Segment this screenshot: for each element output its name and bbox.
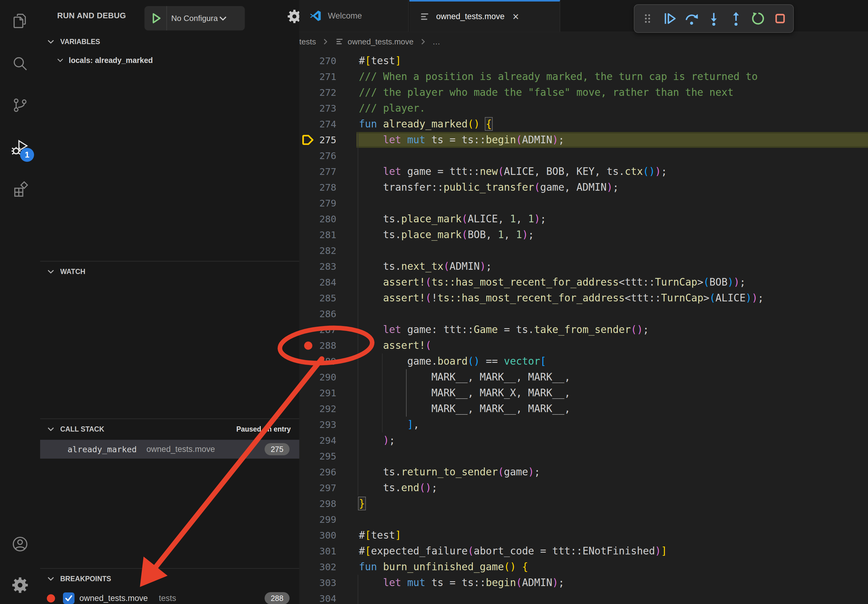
code-line[interactable]: 304 — [299, 591, 868, 604]
code-line[interactable]: 292 MARK__, MARK__, MARK__, — [299, 401, 868, 417]
line-number[interactable]: 296 — [299, 464, 336, 480]
code-line[interactable]: 294 ); — [299, 432, 868, 448]
code-text[interactable]: fun already_marked() { — [359, 116, 492, 132]
gripper-icon[interactable] — [639, 9, 657, 28]
line-number[interactable]: 285 — [299, 290, 336, 306]
line-number[interactable]: 278 — [299, 180, 336, 195]
breakpoint-row[interactable]: owned_tests.move tests 288 — [40, 589, 299, 604]
line-number[interactable]: 273 — [299, 101, 336, 116]
line-number[interactable]: 302 — [299, 559, 336, 575]
code-line[interactable]: 287 let game: ttt::Game = ts.take_from_s… — [299, 322, 868, 338]
code-line[interactable]: 302fun burn_unfinished_game() { — [299, 559, 868, 575]
line-number[interactable]: 275 — [299, 132, 336, 148]
code-text[interactable]: ts.end(); — [359, 480, 437, 496]
code-text[interactable]: fun burn_unfinished_game() { — [359, 559, 528, 575]
breadcrumb-folder[interactable]: tests — [299, 37, 316, 46]
code-text[interactable]: let game: ttt::Game = ts.take_from_sende… — [359, 322, 649, 338]
step-out-button[interactable] — [727, 9, 745, 28]
line-number[interactable]: 280 — [299, 211, 336, 227]
code-line[interactable]: 290 MARK__, MARK__, MARK__, — [299, 369, 868, 385]
line-number[interactable]: 271 — [299, 69, 336, 85]
source-control-icon[interactable] — [8, 93, 32, 118]
code-line[interactable]: 293 ], — [299, 417, 868, 432]
line-number[interactable]: 301 — [299, 543, 336, 559]
code-line[interactable]: 278 transfer::public_transfer(game, ADMI… — [299, 180, 868, 195]
code-line[interactable]: 271/// When a position is already marked… — [299, 69, 868, 85]
code-line[interactable]: 286 — [299, 306, 868, 322]
step-into-button[interactable] — [705, 9, 723, 28]
account-icon[interactable] — [8, 532, 32, 556]
tab-owned-tests-move[interactable]: owned_tests.move × — [409, 0, 560, 32]
code-text[interactable]: /// the player who made the "false" move… — [359, 85, 733, 101]
code-text[interactable]: let mut ts = ts::begin(ADMIN); — [359, 575, 564, 591]
code-line[interactable]: 301#[expected_failure(abort_code = ttt::… — [299, 543, 868, 559]
code-line[interactable]: 289 game.board() == vector[ — [299, 353, 868, 369]
code-text[interactable]: } — [359, 496, 365, 511]
variables-scope-row[interactable]: locals: already_marked — [40, 52, 299, 68]
code-text[interactable]: ts.place_mark(ALICE, 1, 1); — [359, 211, 546, 227]
line-number[interactable]: 299 — [299, 511, 336, 527]
play-icon[interactable] — [149, 11, 163, 25]
step-over-button[interactable] — [682, 9, 701, 28]
code-text[interactable]: #[expected_failure(abort_code = ttt::ENo… — [359, 543, 667, 559]
code-line[interactable]: 283 ts.next_tx(ADMIN); — [299, 259, 868, 274]
code-text[interactable]: ); — [359, 432, 395, 448]
code-text[interactable]: MARK__, MARK__, MARK__, — [359, 369, 570, 385]
line-number[interactable]: 270 — [299, 53, 336, 69]
line-number[interactable]: 279 — [299, 195, 336, 211]
line-number[interactable]: 292 — [299, 401, 336, 417]
close-icon[interactable]: × — [513, 11, 519, 22]
line-number[interactable]: 288 — [299, 338, 336, 353]
code-line[interactable]: 299 — [299, 511, 868, 527]
line-number[interactable]: 303 — [299, 575, 336, 591]
call-stack-frame-row[interactable]: already_marked owned_tests.move 275 — [40, 440, 299, 458]
code-text[interactable]: ts.return_to_sender(game); — [359, 464, 540, 480]
code-line[interactable]: 298} — [299, 496, 868, 511]
code-line[interactable]: 275 let mut ts = ts::begin(ADMIN); — [299, 132, 868, 148]
code-text[interactable]: assert!(!ts::has_most_recent_for_address… — [359, 290, 764, 306]
line-number[interactable]: 291 — [299, 385, 336, 401]
run-and-debug-icon[interactable]: 1 — [8, 136, 32, 160]
code-text[interactable]: let game = ttt::new(ALICE, BOB, KEY, ts.… — [359, 164, 667, 180]
line-number[interactable]: 300 — [299, 527, 336, 543]
line-number[interactable]: 298 — [299, 496, 336, 511]
code-text[interactable]: MARK__, MARK__, MARK__, — [359, 401, 570, 417]
code-line[interactable]: 282 — [299, 243, 868, 259]
line-number[interactable]: 274 — [299, 116, 336, 132]
code-line[interactable]: 297 ts.end(); — [299, 480, 868, 496]
code-line[interactable]: 295 — [299, 448, 868, 464]
line-number[interactable]: 289 — [299, 353, 336, 369]
code-line[interactable]: 303 let mut ts = ts::begin(ADMIN); — [299, 575, 868, 591]
line-number[interactable]: 297 — [299, 480, 336, 496]
gear-icon[interactable] — [8, 573, 32, 597]
line-number[interactable]: 295 — [299, 448, 336, 464]
line-number[interactable]: 281 — [299, 227, 336, 243]
code-line[interactable]: 274fun already_marked() { — [299, 116, 868, 132]
code-line[interactable]: 273/// player. — [299, 101, 868, 116]
tab-welcome[interactable]: Welcome — [299, 0, 409, 32]
code-text[interactable]: game.board() == vector[ — [359, 353, 546, 369]
line-number[interactable]: 282 — [299, 243, 336, 259]
stop-button[interactable] — [771, 9, 789, 28]
code-line[interactable]: 279 — [299, 195, 868, 211]
breakpoint-checkbox[interactable] — [63, 592, 74, 604]
code-text[interactable]: ts.next_tx(ADMIN); — [359, 259, 492, 274]
code-text[interactable]: ts.place_mark(BOB, 1, 1); — [359, 227, 534, 243]
line-number[interactable]: 290 — [299, 369, 336, 385]
code-line[interactable]: 284 assert!(ts::has_most_recent_for_addr… — [299, 274, 868, 290]
code-line[interactable]: 277 let game = ttt::new(ALICE, BOB, KEY,… — [299, 164, 868, 180]
code-text[interactable]: /// player. — [359, 101, 425, 116]
line-number[interactable]: 277 — [299, 164, 336, 180]
code-line[interactable]: 285 assert!(!ts::has_most_recent_for_add… — [299, 290, 868, 306]
line-number[interactable]: 294 — [299, 432, 336, 448]
code-text[interactable]: let mut ts = ts::begin(ADMIN); — [359, 132, 564, 148]
code-line[interactable]: 296 ts.return_to_sender(game); — [299, 464, 868, 480]
code-line[interactable]: 280 ts.place_mark(ALICE, 1, 1); — [299, 211, 868, 227]
line-number[interactable]: 272 — [299, 85, 336, 101]
search-icon[interactable] — [8, 51, 32, 76]
code-line[interactable]: 291 MARK__, MARK_X, MARK__, — [299, 385, 868, 401]
code-line[interactable]: 300#[test] — [299, 527, 868, 543]
line-number[interactable]: 287 — [299, 322, 336, 338]
code-text[interactable]: #[test] — [359, 527, 401, 543]
code-line[interactable]: 272/// the player who made the "false" m… — [299, 85, 868, 101]
